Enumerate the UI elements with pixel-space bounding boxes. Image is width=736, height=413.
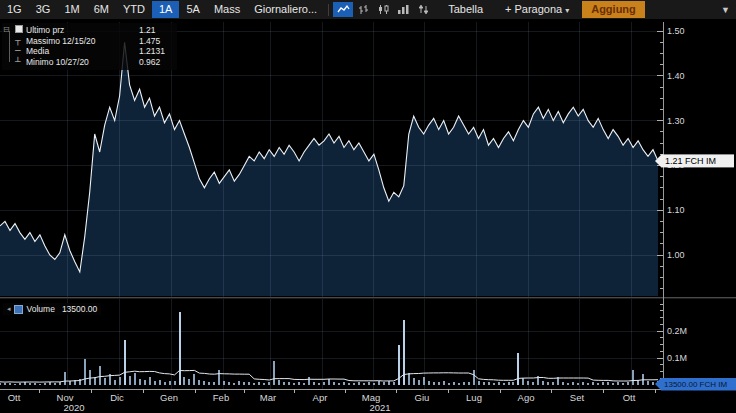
mean-marker-icon: ─ (15, 46, 26, 57)
ohlc-bars-icon[interactable] (353, 2, 373, 17)
legend-item-low-marker[interactable]: ┴Minimo 10/27/200.962 (15, 57, 173, 68)
price-series (0, 42, 658, 296)
chart-area[interactable]: 1.001.101.201.301.401.500.1M0.2MOttNovDi… (0, 19, 736, 413)
svg-text:1.10: 1.10 (667, 205, 685, 215)
legend-rail (9, 31, 10, 62)
low-marker-icon: ┴ (15, 57, 26, 68)
aggiungi-button[interactable]: Aggiung (582, 1, 645, 18)
range-button-mass[interactable]: Mass (207, 1, 247, 18)
svg-text:Lug: Lug (466, 392, 482, 403)
svg-text:1.40: 1.40 (667, 71, 685, 81)
svg-text:13500.00 FCH IM: 13500.00 FCH IM (664, 380, 727, 389)
volume-swatch-icon (14, 305, 23, 314)
svg-text:Giu: Giu (415, 392, 430, 403)
svg-text:Ott: Ott (623, 392, 636, 403)
collapse-left-icon[interactable]: ◂ (7, 305, 11, 313)
svg-text:Mar: Mar (260, 392, 276, 403)
svg-text:Apr: Apr (313, 392, 328, 403)
range-buttons: 1G3G1M6MYTD1A5AMass (0, 1, 247, 18)
legend-item-high-marker[interactable]: ┬Massimo 12/15/201.475 (15, 36, 173, 47)
tabella-button[interactable]: Tabella (441, 1, 490, 18)
toolbar-separator (328, 4, 329, 16)
legend-item-series-swatch[interactable]: Ultimo prz1.21 (15, 25, 173, 36)
svg-text:1.50: 1.50 (667, 26, 685, 36)
series-swatch-icon (15, 25, 26, 37)
legend-value: 1.2131 (139, 46, 173, 57)
arrows-sort-icon[interactable] (413, 2, 433, 17)
high-marker-icon: ┬ (15, 36, 26, 47)
chevron-down-icon: ▾ (565, 6, 569, 15)
paragona-button[interactable]: + Paragona▾ (498, 1, 576, 18)
legend-item-mean-marker[interactable]: ─Media1.2131 (15, 46, 173, 57)
range-button-3g[interactable]: 3G (29, 1, 58, 18)
legend-value: 1.475 (139, 36, 173, 47)
range-button-1a[interactable]: 1A (152, 1, 179, 18)
legend-value: 1.21 (139, 25, 173, 36)
range-button-ytd[interactable]: YTD (116, 1, 152, 18)
svg-text:0.2M: 0.2M (667, 326, 687, 336)
volume-value: 13500.00 (62, 304, 97, 314)
svg-text:1.00: 1.00 (667, 250, 685, 260)
svg-text:Ott: Ott (8, 392, 21, 403)
svg-text:Dic: Dic (110, 392, 124, 403)
svg-text:2021: 2021 (369, 402, 390, 413)
range-button-6m[interactable]: 6M (87, 1, 116, 18)
toolbar-dropdown-icon[interactable]: ▼ (715, 5, 736, 15)
svg-text:1.21 FCH IM: 1.21 FCH IM (665, 156, 716, 166)
svg-text:Gen: Gen (160, 392, 178, 403)
range-button-1g[interactable]: 1G (0, 1, 29, 18)
legend-label: Minimo 10/27/20 (26, 57, 139, 68)
svg-text:0.1M: 0.1M (667, 353, 687, 363)
volume-legend[interactable]: ◂ Volume 13500.00 (3, 303, 101, 315)
legend-rows: Ultimo prz1.21┬Massimo 12/15/201.475─Med… (15, 25, 173, 67)
candlestick-icon[interactable] (373, 2, 393, 17)
svg-text:Set: Set (570, 392, 585, 403)
volume-label: Volume (27, 304, 55, 314)
svg-text:2020: 2020 (63, 402, 84, 413)
bar-chart-icon[interactable] (393, 2, 413, 17)
legend-label: Media (26, 46, 139, 57)
legend-value: 0.962 (139, 57, 173, 68)
svg-text:Ago: Ago (518, 392, 535, 403)
svg-text:1.30: 1.30 (667, 116, 685, 126)
chart-canvas[interactable]: 1.001.101.201.301.401.500.1M0.2MOttNovDi… (0, 19, 736, 413)
range-button-1m[interactable]: 1M (57, 1, 86, 18)
legend-label: Ultimo prz (26, 25, 139, 36)
legend-label: Massimo 12/15/20 (26, 36, 139, 47)
range-button-5a[interactable]: 5A (179, 1, 206, 18)
paragona-label: + Paragona (505, 3, 562, 15)
volume-series[interactable] (0, 312, 659, 385)
toolbar: 1G3G1M6MYTD1A5AMass Giornaliero... Tabel… (0, 0, 736, 19)
interval-button[interactable]: Giornaliero... (247, 1, 324, 18)
svg-text:Feb: Feb (213, 392, 229, 403)
line-chart-icon[interactable] (333, 2, 353, 17)
price-legend[interactable]: ⊟ Ultimo prz1.21┬Massimo 12/15/201.475─M… (2, 23, 177, 70)
